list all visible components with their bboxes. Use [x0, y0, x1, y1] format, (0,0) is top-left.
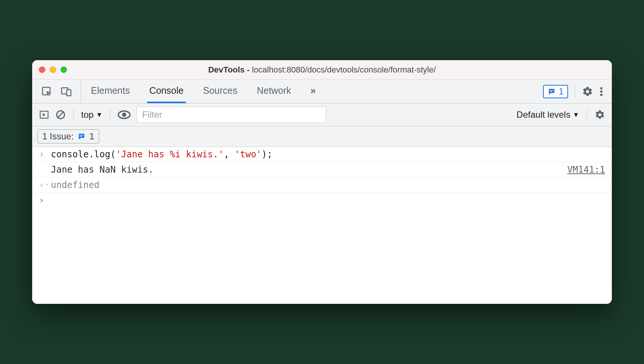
tab-network[interactable]: Network: [255, 80, 294, 103]
issues-chip-count: 1: [89, 131, 94, 142]
issues-chip[interactable]: 1 Issue: 1: [37, 129, 99, 144]
code-string-token: 'two': [234, 149, 261, 160]
titlebar: DevTools - localhost:8080/docs/devtools/…: [32, 60, 612, 80]
close-window-button[interactable]: [39, 67, 45, 73]
title-path: localhost:8080/docs/devtools/console/for…: [252, 65, 436, 74]
code-token: console: [51, 149, 89, 160]
prompt-chevron-icon: ›: [39, 195, 51, 206]
chevron-down-icon: ▼: [96, 111, 102, 119]
issues-bar: 1 Issue: 1: [32, 126, 612, 147]
console-output-text: Jane has NaN kiwis.: [51, 164, 567, 175]
svg-point-6: [600, 90, 602, 92]
log-levels-selector[interactable]: Default levels ▼: [516, 109, 579, 120]
traffic-lights: [39, 67, 67, 73]
clear-console-icon[interactable]: [55, 109, 66, 120]
tab-sources[interactable]: Sources: [201, 80, 240, 103]
tab-overflow[interactable]: »: [308, 80, 318, 103]
context-selector[interactable]: top ▼: [81, 109, 102, 120]
issues-label: 1 Issue:: [42, 131, 74, 142]
console-return-value: undefined: [51, 180, 605, 190]
window-title: DevTools - localhost:8080/docs/devtools/…: [208, 65, 436, 75]
device-toggle-icon[interactable]: [61, 86, 72, 97]
chat-icon: [548, 87, 556, 96]
console-input-code[interactable]: console.log('Jane has %i kiwis.', 'two')…: [51, 149, 605, 160]
tabbar-right-group: 1: [534, 80, 612, 103]
chat-icon: [77, 132, 86, 141]
filter-input[interactable]: [137, 107, 326, 123]
toolbar-left-group: [32, 80, 81, 103]
console-toolbar: top ▼ Default levels ▼: [32, 104, 612, 126]
console-prompt-row[interactable]: ›: [32, 193, 612, 208]
input-chevron-icon: ›: [39, 149, 51, 160]
svg-line-10: [58, 112, 63, 117]
title-prefix: DevTools -: [208, 65, 252, 74]
console-output-row: Jane has NaN kiwis. VM141:1: [32, 162, 612, 178]
console-settings-icon[interactable]: [595, 109, 605, 120]
svg-point-7: [600, 93, 602, 96]
source-link[interactable]: VM141:1: [567, 164, 605, 175]
svg-rect-14: [80, 136, 82, 136]
context-label: top: [81, 109, 93, 120]
separator: [587, 109, 587, 121]
svg-rect-2: [67, 90, 71, 96]
code-token: ,: [224, 149, 234, 160]
svg-point-12: [122, 112, 126, 117]
maximize-window-button[interactable]: [61, 67, 67, 73]
main-tabbar: Elements Console Sources Network » 1: [32, 80, 612, 104]
code-token: );: [262, 149, 273, 160]
devtools-window: DevTools - localhost:8080/docs/devtools/…: [32, 60, 612, 304]
code-string-token: 'Jane has %i kiwis.': [116, 149, 224, 160]
toggle-drawer-icon[interactable]: [39, 109, 49, 120]
tab-console[interactable]: Console: [147, 80, 186, 103]
svg-rect-4: [550, 91, 552, 92]
minimize-window-button[interactable]: [50, 67, 56, 73]
inspect-element-icon[interactable]: [41, 86, 52, 97]
more-menu-icon[interactable]: [600, 86, 603, 97]
panel-tabs: Elements Console Sources Network »: [81, 80, 534, 103]
chevron-down-icon: ▼: [573, 111, 579, 119]
console-return-row: ‹· undefined: [32, 178, 612, 193]
console-output: › console.log('Jane has %i kiwis.', 'two…: [32, 147, 612, 304]
separator: [575, 85, 575, 98]
settings-icon[interactable]: [582, 86, 593, 97]
svg-rect-3: [550, 90, 553, 90]
live-expression-icon[interactable]: [118, 109, 131, 120]
return-chevron-icon: ‹·: [39, 180, 51, 190]
tab-elements[interactable]: Elements: [89, 80, 132, 103]
issues-count: 1: [559, 86, 564, 97]
separator: [73, 109, 74, 121]
issues-badge[interactable]: 1: [543, 85, 568, 98]
svg-rect-13: [80, 135, 83, 135]
svg-point-5: [600, 87, 602, 89]
console-input-row: › console.log('Jane has %i kiwis.', 'two…: [32, 147, 612, 162]
levels-label: Default levels: [516, 109, 570, 120]
separator: [110, 109, 110, 121]
code-token: .log(: [89, 149, 116, 160]
